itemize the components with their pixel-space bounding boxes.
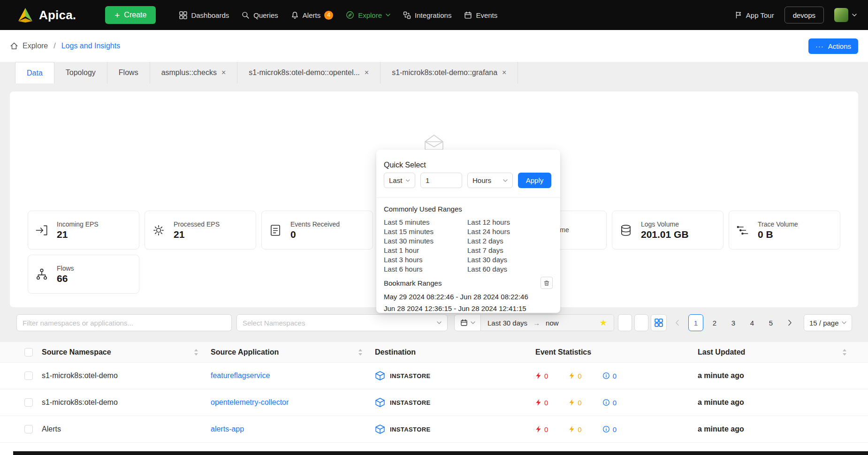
nav-events[interactable]: Events [464,11,497,19]
cell-source-namespace: s1-microk8s:otel-demo [42,389,211,416]
tab-topology[interactable]: Topology [54,62,107,83]
range-option[interactable]: Last 3 hours [384,255,467,265]
range-option[interactable]: Last 5 minutes [384,218,467,227]
unit-select[interactable]: Hours [467,173,513,188]
error-bolt-icon [535,425,541,433]
nav-queries[interactable]: Queries [242,11,278,19]
bookmark-range[interactable]: Jun 28 2024 12:36:15 - Jun 28 2024 12:41… [384,304,553,313]
nav-dashboards[interactable]: Dashboards [179,11,229,19]
table-row: Alerts alerts-app INSTASTORE 0 0 0 a min… [0,416,868,443]
nav-integrations[interactable]: Integrations [403,11,451,19]
sorter-icon [194,349,198,356]
workspace-button[interactable]: devops [784,7,824,23]
flag-icon [735,11,742,19]
range-option[interactable]: Last 15 minutes [384,227,467,236]
trash-icon [543,280,550,287]
stat-card-flows: Flows 66 [28,255,139,294]
info-circle-icon [602,399,610,406]
pagination-prev[interactable] [670,314,684,331]
apica-logo-icon [16,7,34,23]
header-last-updated[interactable]: Last Updated [698,342,868,362]
quick-select-amount-input[interactable] [420,173,462,188]
nav-explore[interactable]: Explore [346,11,390,19]
error-count: 0 [535,425,548,433]
delete-bookmarks-button[interactable] [541,277,553,289]
breadcrumb-section[interactable]: Explore [23,42,48,50]
toolbar-button-1[interactable] [618,314,632,331]
tab-otel-demo-grafana[interactable]: s1-microk8s:otel-demo::grafana × [381,62,518,83]
ellipsis-icon: ··· [815,43,824,50]
stat-card-processed-eps: Processed EPS 21 [145,211,256,250]
events-received-icon [268,223,282,237]
brand[interactable]: Apica. [16,7,76,23]
cell-source-namespace: Alerts [42,416,211,442]
last-next-select[interactable]: Last [384,173,415,188]
pagination-page-4[interactable]: 4 [745,314,760,331]
header-source-namespace[interactable]: Source Namespace [42,342,211,362]
create-button[interactable]: + Create [105,6,156,24]
pagination-next[interactable] [783,314,797,331]
tabs-bar: Data Topology Flows asmplus::checks × s1… [0,62,868,83]
instastore-box-icon [375,371,385,381]
range-option[interactable]: Last 12 hours [467,218,553,227]
cell-destination: INSTASTORE [375,389,535,416]
range-option[interactable]: Last 30 minutes [384,236,467,246]
warning-bolt-icon [569,425,575,433]
tab-data[interactable]: Data [15,62,54,83]
page-size-select[interactable]: 15 / page [804,314,852,331]
application-link[interactable]: featureflagservice [211,372,270,380]
pagination-page-3[interactable]: 3 [726,314,741,331]
user-menu[interactable] [834,8,857,22]
range-option[interactable]: Last 7 days [467,246,553,255]
select-all-checkbox[interactable] [24,348,33,356]
tab-flows[interactable]: Flows [107,62,150,83]
date-range-display[interactable]: Last 30 days → now ★ [481,315,614,331]
application-link[interactable]: opentelemetry-collector [211,398,289,407]
bookmark-range[interactable]: May 29 2024 08:22:46 - Jun 28 2024 08:22… [384,292,553,301]
range-option[interactable]: Last 30 days [467,255,553,265]
calendar-button[interactable] [455,315,481,331]
filter-input[interactable] [16,314,192,331]
close-icon[interactable]: × [221,69,226,76]
cell-destination: INSTASTORE [375,416,535,442]
bookmark-ranges-title: Bookmark Ranges [384,279,442,288]
divider [376,197,560,198]
range-option[interactable]: Last 2 days [467,236,553,246]
dashboards-icon [179,11,187,19]
chevron-down-icon [842,321,846,324]
range-option[interactable]: Last 24 hours [467,227,553,236]
date-range-control: Last 30 days → now ★ [454,314,614,331]
range-option[interactable]: Last 1 hour [384,246,467,255]
apply-button[interactable]: Apply [518,173,551,188]
close-icon[interactable]: × [365,69,369,76]
namespace-select[interactable]: Select Namespaces [236,314,448,331]
pagination-page-5[interactable]: 5 [763,314,778,331]
warning-bolt-icon [569,399,575,406]
brand-name: Apica. [39,8,76,23]
chevron-right-icon [788,319,792,326]
tab-asmplus-checks[interactable]: asmplus::checks × [150,62,238,83]
row-checkbox[interactable] [24,398,33,407]
integrations-icon [403,11,411,19]
pagination-page-1[interactable]: 1 [688,314,703,331]
filter-addon[interactable] [191,314,232,331]
app-tour-button[interactable]: App Tour [735,11,774,19]
range-option[interactable]: Last 60 days [467,265,553,274]
star-icon[interactable]: ★ [600,318,607,327]
chevron-down-icon[interactable] [471,321,475,324]
breadcrumb-page[interactable]: Logs and Insights [61,42,120,50]
actions-button[interactable]: ··· Actions [808,38,858,54]
application-link[interactable]: alerts-app [211,425,244,433]
tab-otel-demo-opentel[interactable]: s1-microk8s:otel-demo::opentel... × [237,62,381,83]
pagination-page-2[interactable]: 2 [707,314,722,331]
close-icon[interactable]: × [502,69,506,76]
quick-select-popup: Quick Select Last Hours Apply Commonly U… [376,150,560,313]
row-checkbox[interactable] [24,425,33,433]
row-checkbox[interactable] [24,372,33,380]
warning-count: 0 [569,399,581,407]
nav-alerts[interactable]: Alerts 4 [291,11,333,20]
range-option[interactable]: Last 6 hours [384,265,467,274]
toolbar-button-2[interactable] [634,314,648,331]
header-source-application[interactable]: Source Application [211,342,375,362]
grid-view-button[interactable] [651,314,667,331]
